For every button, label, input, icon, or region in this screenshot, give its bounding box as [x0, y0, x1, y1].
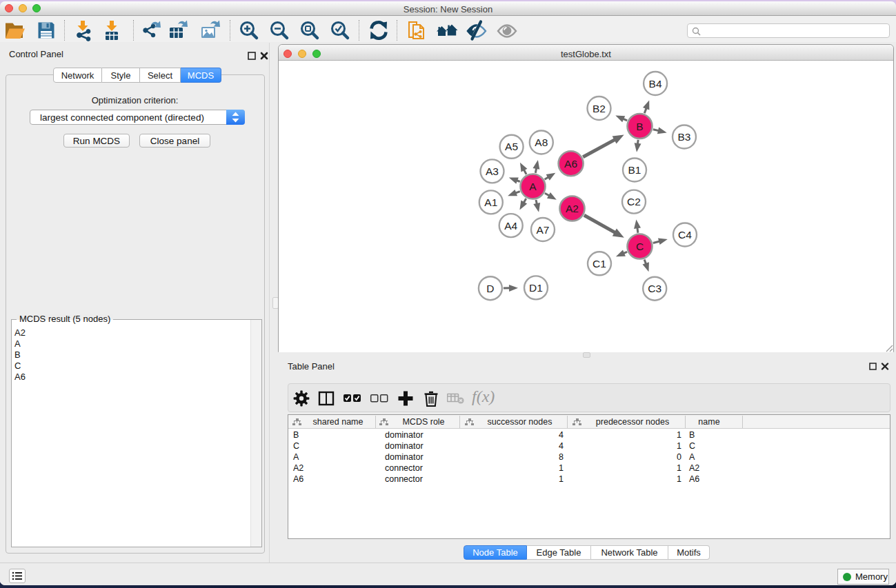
svg-text:A6: A6 [564, 157, 577, 169]
svg-text:B4: B4 [649, 77, 662, 89]
svg-text:A: A [529, 181, 537, 192]
svg-text:A4: A4 [504, 219, 517, 231]
svg-text:D1: D1 [529, 281, 543, 293]
svg-text:C3: C3 [648, 283, 661, 294]
svg-text:C2: C2 [627, 196, 641, 207]
svg-text:C1: C1 [593, 257, 606, 269]
svg-text:C: C [636, 241, 644, 252]
svg-text:A2: A2 [566, 203, 579, 214]
svg-text:B2: B2 [593, 102, 606, 114]
svg-text:D: D [486, 282, 494, 294]
svg-text:C4: C4 [678, 229, 692, 241]
svg-text:A8: A8 [535, 136, 548, 148]
svg-text:A1: A1 [484, 196, 497, 207]
svg-text:A3: A3 [486, 165, 499, 176]
svg-text:B: B [636, 120, 643, 132]
svg-text:A7: A7 [537, 223, 550, 235]
svg-text:B3: B3 [678, 131, 691, 143]
svg-text:B1: B1 [628, 164, 641, 176]
svg-text:A5: A5 [505, 141, 518, 152]
